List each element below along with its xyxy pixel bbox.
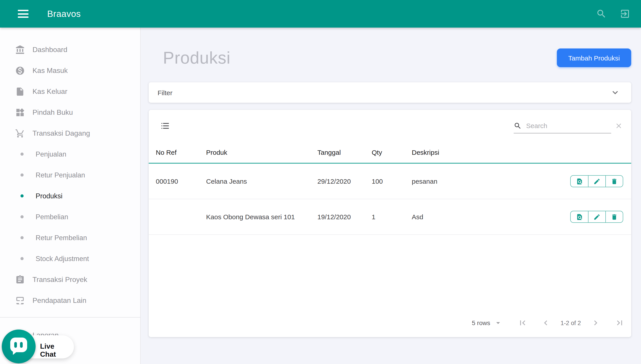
bullet-icon [21,174,24,176]
page-title: Produksi [163,48,231,67]
sidebar-item-label: Kas Keluar [33,88,68,96]
sidebar-item-dashboard[interactable]: Dashboard [0,39,140,60]
column-header-qty: Qty [372,148,412,156]
sidebar-subitem-label: Produksi [36,192,63,200]
table-row: 000190 Celana Jeans 29/12/2020 100 pesan… [149,164,631,199]
live-chat-label: Live Chat [40,342,56,358]
pencil-icon [593,213,600,220]
table-header-row: No Ref Produk Tanggal Qty Deskripsi [149,142,631,164]
previous-page-button[interactable] [541,318,551,328]
sidebar-subitem-pembelian[interactable]: Pembelian [0,206,140,227]
search-input[interactable] [526,122,615,130]
clear-search-icon[interactable] [615,122,623,130]
inbox-icon [15,296,25,305]
sidebar-subitem-label: Retur Penjualan [36,171,85,179]
sidebar-item-pendapatan-lain[interactable]: Pendapatan Lain [0,290,140,311]
bullet-icon [21,257,24,260]
bullet-icon [21,152,24,156]
row-action-group [570,211,623,223]
table-row: Kaos Obong Dewasa seri 101 19/12/2020 1 … [149,199,631,235]
trash-icon [611,178,618,185]
logout-icon[interactable] [620,8,630,19]
document-icon [15,86,25,96]
chevron-down-icon[interactable] [610,87,620,98]
find-in-page-icon [576,213,583,220]
cell-tanggal: 19/12/2020 [317,213,372,220]
filter-label: Filter [158,89,172,96]
column-header-produk: Produk [206,148,317,156]
sidebar-item-label: Transaksi Proyek [33,276,87,284]
last-page-button[interactable] [615,318,624,328]
sidebar-item-label: Pendapatan Lain [33,296,86,304]
delete-button[interactable] [605,176,623,187]
clipboard-icon [15,274,25,284]
sidebar-item-label: Dashboard [33,46,68,54]
widgets-icon [15,108,25,117]
table-search-field [514,118,611,134]
bullet-icon [21,194,24,198]
sidebar-subitem-stock-adjustment[interactable]: Stock Adjustment [0,248,140,269]
delete-button[interactable] [605,211,623,222]
dropdown-caret-icon [494,318,503,327]
list-view-icon[interactable] [160,121,170,131]
sidebar-item-kas-masuk[interactable]: Kas Masuk [0,60,140,81]
rows-per-page-select[interactable]: 5 rows [472,318,503,327]
trash-icon [611,213,618,220]
sidebar-divider [0,317,140,318]
preview-button[interactable] [571,211,588,222]
main-content: Produksi Tambah Produksi Filter [141,28,641,364]
next-page-button[interactable] [591,318,600,328]
bullet-icon [21,236,24,239]
app-title: Braavos [47,9,81,19]
sidebar-item-label: Kas Masuk [33,66,68,74]
bank-icon [15,45,25,54]
pencil-icon [593,178,600,185]
chevron-left-icon [541,318,551,328]
edit-button[interactable] [588,211,605,222]
column-header-no-ref: No Ref [156,148,206,156]
tambah-produksi-button[interactable]: Tambah Produksi [557,48,631,67]
cell-tanggal: 29/12/2020 [317,178,372,185]
sidebar-subitem-penjualan[interactable]: Penjualan [0,144,140,164]
app-window: Braavos Dashboard Kas Masuk Kas Keluar [0,0,641,364]
search-icon[interactable] [596,8,607,19]
first-page-button[interactable] [518,318,527,328]
sidebar-subitem-label: Penjualan [36,150,66,158]
page-range-label: 1-2 of 2 [560,320,581,326]
cell-produk: Celana Jeans [206,178,317,185]
sidebar-subitem-retur-pembelian[interactable]: Retur Pembelian [0,227,140,248]
menu-icon[interactable] [18,10,29,18]
preview-button[interactable] [571,176,588,187]
edit-button[interactable] [588,176,605,187]
chevron-right-icon [591,318,600,328]
sidebar-item-pindah-buku[interactable]: Pindah Buku [0,102,140,123]
pagination-bar: 5 rows 1-2 of 2 [149,312,631,334]
cell-deskripsi: pesanan [412,178,563,185]
sidebar-item-label: Pindah Buku [33,108,73,116]
sidebar-item-transaksi-proyek[interactable]: Transaksi Proyek [0,269,140,290]
sidebar-item-transaksi-dagang[interactable]: Transaksi Dagang [0,123,140,144]
sidebar-subitem-label: Retur Pembelian [36,234,87,242]
cell-deskripsi: Asd [412,213,563,220]
sidebar-item-label: Transaksi Dagang [33,129,90,137]
produksi-table-card: No Ref Produk Tanggal Qty Deskripsi 0001… [149,110,631,337]
sidebar-item-kas-keluar[interactable]: Kas Keluar [0,81,140,102]
app-bar: Braavos [0,0,641,28]
first-page-icon [518,318,527,328]
live-chat-icon [2,329,36,363]
sidebar-subitem-label: Pembelian [36,213,68,221]
money-icon [15,66,25,76]
sidebar-subitem-produksi[interactable]: Produksi [0,186,140,206]
cell-produk: Kaos Obong Dewasa seri 101 [206,213,317,220]
cell-no-ref: 000190 [156,178,206,185]
sidebar: Dashboard Kas Masuk Kas Keluar Pindah Bu… [0,28,141,364]
column-header-deskripsi: Deskripsi [412,148,563,156]
row-action-group [570,175,623,187]
cell-qty: 1 [372,213,412,220]
sidebar-subitem-retur-penjualan[interactable]: Retur Penjualan [0,164,140,186]
cell-qty: 100 [372,178,412,185]
rows-per-page-value: 5 rows [472,319,490,326]
last-page-icon [615,318,624,328]
filter-panel[interactable]: Filter [149,82,631,103]
search-icon [514,122,522,130]
